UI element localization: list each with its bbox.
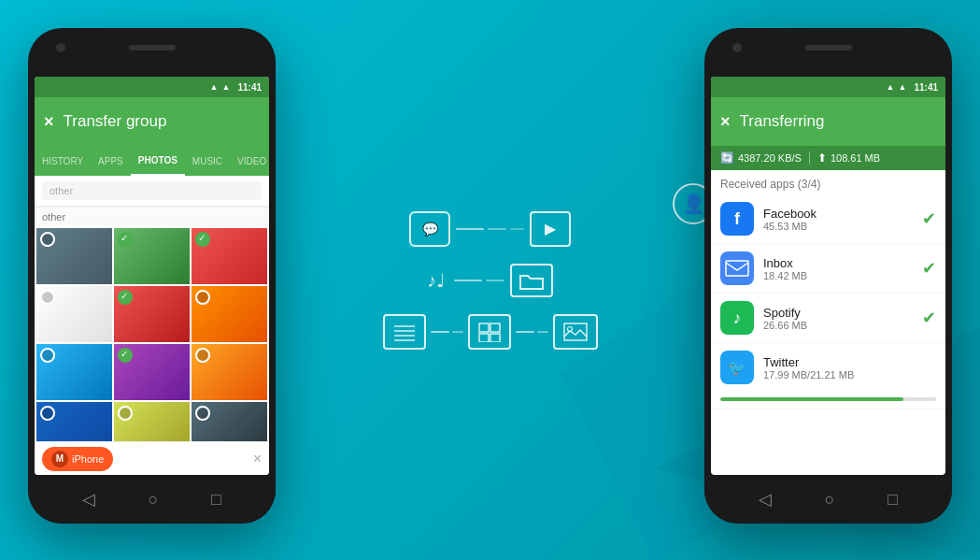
check-12[interactable]	[195, 406, 210, 421]
left-nav-bar: ◁ ○ □	[28, 475, 276, 524]
right-signal-icon: ▲	[899, 82, 907, 92]
size-value: 108.61 MB	[831, 152, 880, 164]
right-nav-bar: ◁ ○ □	[704, 475, 952, 524]
twitter-name: Twitter	[763, 355, 936, 369]
app-list: f Facebook 45.53 MB ✔ Inbox 18.42 MB	[711, 194, 945, 409]
check-9[interactable]	[195, 348, 210, 363]
size-icon: ⬆	[817, 151, 827, 165]
facebook-check: ✔	[922, 208, 936, 229]
photo-1[interactable]	[36, 228, 112, 284]
left-back-button[interactable]: ◁	[82, 489, 95, 510]
spotify-info: Spotify 26.66 MB	[763, 306, 913, 331]
left-phone-speaker	[129, 45, 176, 50]
right-phone-speaker	[805, 45, 852, 50]
check-6[interactable]	[195, 290, 210, 305]
inbox-check: ✔	[922, 258, 936, 279]
twitter-size: 17.99 MB/21.21 MB	[763, 369, 936, 381]
transfer-animation: 💬 ▶ 👤 ♪♩	[285, 75, 695, 485]
photo-5[interactable]	[114, 286, 190, 342]
facebook-info: Facebook 45.53 MB	[763, 207, 913, 232]
check-8[interactable]	[118, 348, 133, 363]
inbox-info: Inbox 18.42 MB	[763, 256, 913, 281]
grid-icon	[468, 314, 511, 350]
svg-rect-11	[490, 334, 500, 342]
bottom-close[interactable]: ×	[253, 451, 262, 467]
right-back-button[interactable]: ◁	[759, 489, 772, 510]
right-close-button[interactable]: ×	[720, 112, 731, 132]
check-4[interactable]	[40, 290, 55, 305]
facebook-name: Facebook	[763, 207, 913, 221]
image-icon	[553, 314, 598, 350]
speed-value: 4387.20 KB/S	[738, 152, 802, 164]
right-recent-button[interactable]: □	[888, 490, 898, 510]
app-item-facebook: f Facebook 45.53 MB ✔	[711, 194, 945, 244]
left-close-button[interactable]: ×	[44, 112, 54, 132]
check-1[interactable]	[40, 232, 55, 247]
tab-music[interactable]: MUSIC	[185, 146, 230, 176]
list-icon	[383, 314, 426, 350]
check-2[interactable]	[118, 232, 133, 247]
search-input[interactable]: other	[42, 181, 262, 200]
search-text: other	[50, 185, 73, 196]
lines-2	[454, 280, 504, 281]
device-letter: M	[51, 451, 68, 467]
left-home-button[interactable]: ○	[149, 490, 159, 510]
photo-8[interactable]	[114, 344, 190, 400]
twitter-icon: 🐦	[720, 351, 754, 384]
progress-bar-fill	[720, 397, 903, 401]
svg-rect-9	[490, 323, 500, 332]
svg-rect-14	[726, 261, 748, 276]
app-item-inbox: Inbox 18.42 MB ✔	[711, 244, 945, 294]
app-item-twitter: 🐦 Twitter 17.99 MB/21.21 MB	[711, 343, 945, 409]
left-status-bar: ▲ ▲ 11:41	[35, 77, 269, 97]
svg-rect-12	[564, 323, 587, 340]
inbox-name: Inbox	[763, 256, 913, 270]
check-7[interactable]	[40, 348, 55, 363]
left-phone-screen: ▲ ▲ 11:41 × Transfer group HISTORY APPS …	[35, 77, 269, 475]
left-header-title: Transfer group	[64, 112, 260, 131]
left-phone-camera	[56, 43, 65, 52]
spotify-check: ✔	[922, 308, 936, 328]
svg-rect-10	[479, 334, 489, 342]
left-time: 11:41	[237, 82, 262, 93]
twitter-info: Twitter 17.99 MB/21.21 MB	[763, 355, 936, 381]
tab-video[interactable]: VIDEO	[230, 146, 269, 176]
lines-4	[516, 331, 548, 333]
speed-icon: 🔄	[720, 151, 734, 165]
photo-7[interactable]	[36, 344, 112, 400]
device-chip: M iPhone	[42, 447, 113, 471]
folder-icon	[510, 264, 553, 297]
tab-history[interactable]: HISTORY	[35, 146, 91, 176]
right-phone-screen: ▲ ▲ 11:41 × Transferring 🔄 4387.20 KB/S …	[711, 77, 945, 475]
check-5[interactable]	[118, 290, 133, 305]
right-home-button[interactable]: ○	[825, 490, 835, 510]
check-10[interactable]	[40, 406, 55, 421]
twitter-progress	[720, 397, 936, 401]
left-tabs-bar: HISTORY APPS PHOTOS MUSIC VIDEO	[35, 146, 269, 176]
progress-bar-bg	[720, 397, 936, 401]
tab-photos[interactable]: PHOTOS	[131, 146, 185, 176]
photo-9[interactable]	[192, 344, 267, 400]
right-header-title: Transferring	[740, 112, 936, 131]
spotify-size: 26.66 MB	[763, 320, 913, 331]
photo-4[interactable]	[36, 286, 112, 342]
photo-2[interactable]	[114, 228, 190, 284]
left-recent-button[interactable]: □	[211, 490, 221, 510]
section-label: other	[35, 207, 269, 226]
photo-grid	[35, 226, 269, 460]
check-11[interactable]	[118, 406, 133, 421]
tab-apps[interactable]: APPS	[91, 146, 131, 176]
inbox-size: 18.42 MB	[763, 270, 913, 281]
lines-1	[456, 228, 524, 230]
right-phone: ▲ ▲ 11:41 × Transferring 🔄 4387.20 KB/S …	[704, 28, 952, 524]
right-time: 11:41	[914, 82, 938, 93]
right-phone-camera	[732, 43, 742, 52]
app-item-spotify: ♪ Spotify 26.66 MB ✔	[711, 294, 945, 343]
left-signal-icon: ▲	[222, 82, 231, 92]
row-2: ♪♩	[285, 264, 695, 297]
photo-3[interactable]	[192, 228, 267, 284]
photo-6[interactable]	[192, 286, 267, 342]
check-3[interactable]	[195, 232, 210, 247]
lines-3	[431, 331, 463, 333]
anim-icons-container: 💬 ▶ 👤 ♪♩	[285, 211, 695, 350]
